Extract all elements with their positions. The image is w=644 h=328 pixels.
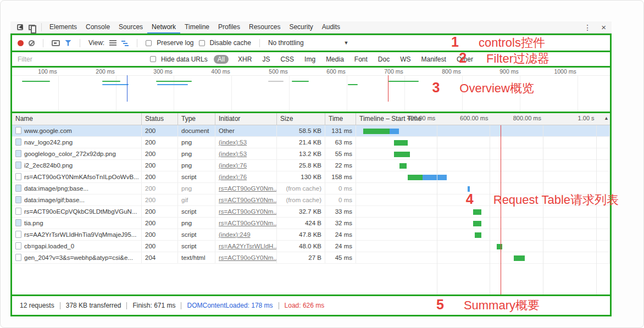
filter-type-img[interactable]: Img xyxy=(303,55,317,64)
column-header-time[interactable]: Time xyxy=(325,113,356,125)
initiator-cell: (index):249 xyxy=(215,229,277,240)
initiator-link[interactable]: rs=ACT90oGY0Nm... xyxy=(219,185,277,192)
throttling-select[interactable]: No throttling xyxy=(268,39,304,47)
overview-gridline xyxy=(347,75,347,112)
column-header-status[interactable]: Status xyxy=(142,113,178,125)
time-cell: 0 ms xyxy=(325,194,356,205)
timeline-header-cell[interactable]: Timeline – Start Time ▲ 400.00 ms600.00 … xyxy=(356,113,610,125)
filter-type-media[interactable]: Media xyxy=(325,55,345,64)
time-cell: 131 ms xyxy=(325,125,356,136)
tab-resources[interactable]: Resources xyxy=(245,21,285,34)
time-cell: 63 ms xyxy=(325,137,356,148)
tab-network[interactable]: Network xyxy=(147,21,180,34)
request-row[interactable]: tia.png200pngrs=ACT90oGY0Nm...424 B32 ms xyxy=(12,218,610,229)
timeline-tick-label: 800.00 ms xyxy=(513,115,543,121)
initiator-link[interactable]: (index):53 xyxy=(219,139,247,146)
summary-item: 12 requests xyxy=(20,302,54,309)
image-file-icon xyxy=(15,150,21,157)
time-cell: 45 ms xyxy=(325,252,356,263)
close-icon[interactable]: × xyxy=(601,23,606,31)
filter-type-ws[interactable]: WS xyxy=(399,55,412,64)
throttling-dropdown-icon[interactable]: ▼ xyxy=(344,40,349,46)
filter-type-manifest[interactable]: Manifest xyxy=(420,55,447,64)
tab-security[interactable]: Security xyxy=(285,21,317,34)
inspect-element-button[interactable] xyxy=(14,22,26,33)
tab-elements[interactable]: Elements xyxy=(45,21,81,34)
filter-type-doc[interactable]: Doc xyxy=(377,55,391,64)
filter-type-css[interactable]: CSS xyxy=(279,55,295,64)
initiator-link[interactable]: rs=ACT90oGY0Nm... xyxy=(219,208,277,215)
overview-dcl-line xyxy=(127,75,127,102)
capture-screenshots-button[interactable] xyxy=(52,40,60,46)
view-list-button[interactable] xyxy=(109,40,116,46)
time-cell: 55 ms xyxy=(325,148,356,159)
preserve-log-label: Preserve log xyxy=(157,39,193,47)
waterfall-bar xyxy=(390,129,399,134)
request-row[interactable]: i2_2ec824b0.png200png(index):7625.8 KB22… xyxy=(12,160,610,171)
filter-toggle-button[interactable] xyxy=(65,40,71,46)
initiator-link[interactable]: rs=ACT90oGY0Nm... xyxy=(219,254,277,261)
devtools-window: ElementsConsoleSourcesNetworkTimelinePro… xyxy=(10,21,612,316)
tab-timeline[interactable]: Timeline xyxy=(180,21,214,34)
request-row[interactable]: gen_204?v=3&s=webhp&atyp=csi&e...204text… xyxy=(12,252,610,264)
clear-button[interactable] xyxy=(29,40,35,46)
name-cell: tia.png xyxy=(12,218,142,229)
filter-type-all[interactable]: All xyxy=(214,55,229,64)
filter-type-xhr[interactable]: XHR xyxy=(237,55,253,64)
device-toolbar-button[interactable] xyxy=(26,22,38,33)
filter-type-font[interactable]: Font xyxy=(353,55,369,64)
request-row[interactable]: cb=gapi.loaded_0200scriptrs=AA2YrTsrWLld… xyxy=(12,241,610,252)
request-table-section: Name Status Type Initiator Size Time Tim… xyxy=(10,112,612,296)
request-row[interactable]: www.google.com200documentOther58.5 KB131… xyxy=(12,125,610,137)
request-name: data:image/png;base... xyxy=(24,185,88,192)
tab-profiles[interactable]: Profiles xyxy=(214,21,245,34)
status-cell: 200 xyxy=(142,148,178,159)
request-name: googlelogo_color_272x92dp.png xyxy=(24,151,116,157)
tab-audits[interactable]: Audits xyxy=(318,21,345,34)
hide-data-urls-checkbox[interactable] xyxy=(150,56,156,62)
initiator-link[interactable]: (index):76 xyxy=(219,162,247,169)
preserve-log-checkbox[interactable] xyxy=(146,40,152,46)
overview-tick-label: 200 ms xyxy=(96,68,115,75)
time-cell: 22 ms xyxy=(325,160,356,171)
type-cell: script xyxy=(178,171,215,182)
column-header-initiator[interactable]: Initiator xyxy=(215,113,277,125)
tab-console[interactable]: Console xyxy=(81,21,114,34)
view-label: View: xyxy=(88,39,104,47)
request-row[interactable]: nav_logo242.png200png(index):5321.4 KB63… xyxy=(12,137,610,148)
summary-item: 378 KB transferred xyxy=(66,302,121,309)
initiator-link[interactable]: rs=ACT90oGY0Nm... xyxy=(219,197,277,203)
column-header-name[interactable]: Name xyxy=(12,113,142,125)
request-name: tia.png xyxy=(24,220,43,226)
initiator-link[interactable]: (index):249 xyxy=(219,231,251,238)
time-cell: 33 ms xyxy=(325,206,356,217)
size-cell: 13.2 KB xyxy=(277,148,325,159)
overview-bar-segment xyxy=(156,81,192,82)
initiator-link[interactable]: (index):76 xyxy=(219,174,247,180)
column-header-type[interactable]: Type xyxy=(178,113,215,125)
waterfall-bar xyxy=(394,140,408,146)
summary-separator xyxy=(126,302,127,309)
summary-separator xyxy=(279,302,279,309)
request-row[interactable]: googlelogo_color_272x92dp.png200png(inde… xyxy=(12,148,610,160)
timeline-cell xyxy=(356,148,610,159)
type-cell: text/html xyxy=(178,252,215,263)
initiator-link[interactable]: rs=AA2YrTsrWLldH... xyxy=(219,243,277,249)
more-menu-icon[interactable]: ⋮ xyxy=(584,24,591,31)
initiator-link[interactable]: rs=ACT90oGY0Nm... xyxy=(219,220,277,226)
disable-cache-checkbox[interactable] xyxy=(199,40,205,46)
column-header-size[interactable]: Size xyxy=(277,113,325,125)
view-waterfall-button[interactable] xyxy=(121,40,129,46)
initiator-link[interactable]: (index):53 xyxy=(219,151,247,157)
tab-sources[interactable]: Sources xyxy=(114,21,147,34)
overview-tick-label: 800 ms xyxy=(442,68,462,75)
request-row[interactable]: rs=ACT90oGY0NmKAfsoTnILpOoWvB...200scrip… xyxy=(12,171,610,183)
annotation-number: 2 xyxy=(459,50,467,66)
request-row[interactable]: rs=AA2YrTsrWLldHnTia9VqMmajeJ95...200scr… xyxy=(12,229,610,241)
record-button[interactable] xyxy=(18,40,24,46)
image-file-icon xyxy=(15,185,21,192)
filter-input[interactable] xyxy=(18,55,145,63)
sort-asc-icon: ▲ xyxy=(604,115,609,121)
filter-type-js[interactable]: JS xyxy=(261,55,271,64)
status-cell: 200 xyxy=(142,229,178,240)
